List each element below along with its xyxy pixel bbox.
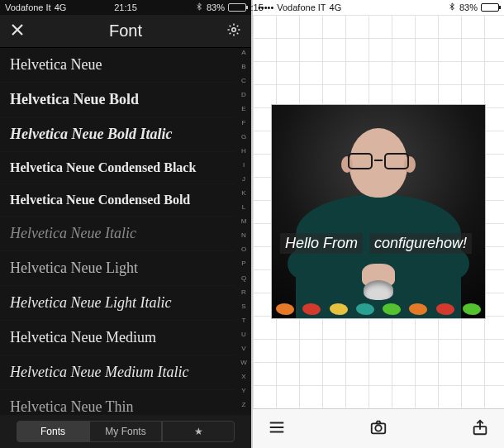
battery-pct: 83% — [459, 2, 478, 12]
clock: 21:15 — [240, 2, 264, 12]
font-tabs: Fonts My Fonts ★ — [0, 415, 251, 448]
index-letter[interactable]: U — [241, 331, 246, 338]
battery-pct: 83% — [207, 2, 225, 12]
tab-my-fonts[interactable]: My Fonts — [89, 421, 162, 442]
share-icon[interactable] — [471, 418, 489, 440]
status-bar-left: Vodafone It 4G 21:15 83% — [0, 0, 251, 15]
status-bar-right: ••••• Vodafone IT 4G 21:15 83% — [253, 0, 504, 15]
bluetooth-icon — [195, 2, 203, 12]
tab-fonts[interactable]: Fonts — [17, 421, 89, 442]
bluetooth-icon — [448, 2, 456, 12]
font-item[interactable]: Helvetica Neue Condensed Black — [0, 152, 235, 184]
index-letter[interactable]: D — [241, 92, 246, 98]
index-letter[interactable]: F — [242, 120, 246, 126]
header-title: Font — [109, 21, 142, 41]
font-item[interactable]: Helvetica Neue Bold Italic — [0, 117, 235, 152]
index-letter[interactable]: S — [241, 303, 245, 310]
font-item[interactable]: Helvetica Neue Light Italic — [0, 286, 235, 321]
index-letter[interactable]: O — [241, 246, 246, 253]
font-item[interactable]: Helvetica Neue Medium Italic — [0, 355, 235, 390]
carrier-text: Vodafone IT — [277, 2, 326, 12]
index-letter[interactable]: J — [242, 176, 245, 183]
index-letter[interactable]: P — [241, 260, 245, 267]
index-letter[interactable]: Y — [241, 388, 245, 394]
font-item[interactable]: Helvetica Neue Italic — [0, 217, 235, 251]
index-letter[interactable]: G — [241, 134, 246, 141]
index-letter[interactable]: C — [241, 78, 246, 84]
close-icon[interactable] — [10, 22, 25, 41]
text-overlay[interactable]: Hello From configurehow! — [280, 233, 477, 254]
index-letter[interactable]: R — [241, 289, 246, 296]
font-item[interactable]: Helvetica Neue Light — [0, 251, 235, 286]
index-letter[interactable]: L — [242, 204, 245, 211]
editor-toolbar — [253, 408, 504, 448]
index-letter[interactable]: I — [243, 162, 245, 169]
font-item[interactable]: Helvetica Neue — [0, 48, 235, 83]
svg-point-0 — [232, 27, 236, 31]
tab-favorites[interactable]: ★ — [162, 421, 235, 442]
font-item[interactable]: Helvetica Neue Condensed Bold — [0, 184, 235, 217]
index-letter[interactable]: X — [241, 374, 245, 380]
index-letter[interactable]: B — [241, 64, 245, 70]
font-header: Font — [0, 15, 251, 48]
index-letter[interactable]: T — [242, 317, 246, 324]
network-text: 4G — [330, 2, 342, 12]
font-list[interactable]: Helvetica Neue Helvetica Neue Bold Helve… — [0, 48, 251, 415]
carrier-text: Vodafone It — [5, 2, 51, 12]
font-picker-pane: Vodafone It 4G 21:15 83% Font Helvetica … — [0, 0, 251, 448]
index-letter[interactable]: M — [241, 218, 247, 225]
index-letter[interactable]: W — [240, 360, 247, 366]
index-letter[interactable]: V — [241, 346, 245, 352]
index-letter[interactable]: E — [241, 106, 245, 112]
font-item[interactable]: Helvetica Neue Medium — [0, 321, 235, 355]
battery-icon — [481, 3, 499, 12]
font-item[interactable]: Helvetica Neue Bold — [0, 83, 235, 117]
camera-icon[interactable] — [369, 418, 388, 440]
clock: 21:15 — [114, 2, 137, 12]
overlay-text-2[interactable]: configurehow! — [369, 233, 472, 254]
editor-pane: ••••• Vodafone IT 4G 21:15 83% — [251, 0, 504, 448]
index-letter[interactable]: H — [241, 148, 246, 155]
index-letter[interactable]: K — [241, 190, 245, 197]
network-text: 4G — [55, 2, 67, 12]
az-index[interactable]: A B C D E F G H I J K L M N O P Q R S T … — [238, 50, 250, 408]
gear-icon[interactable] — [226, 22, 241, 41]
overlay-text-1[interactable]: Hello From — [280, 233, 363, 254]
font-item[interactable]: Helvetica Neue Thin — [0, 390, 235, 415]
index-letter[interactable]: Q — [241, 275, 246, 282]
menu-icon[interactable] — [268, 418, 286, 440]
svg-point-2 — [375, 425, 381, 431]
index-letter[interactable]: N — [241, 232, 246, 239]
index-letter[interactable]: A — [241, 50, 245, 56]
index-letter[interactable]: Z — [242, 402, 246, 408]
photo-canvas[interactable]: Hello From configurehow! — [272, 105, 485, 318]
canvas-grid[interactable]: Hello From configurehow! — [253, 15, 504, 408]
